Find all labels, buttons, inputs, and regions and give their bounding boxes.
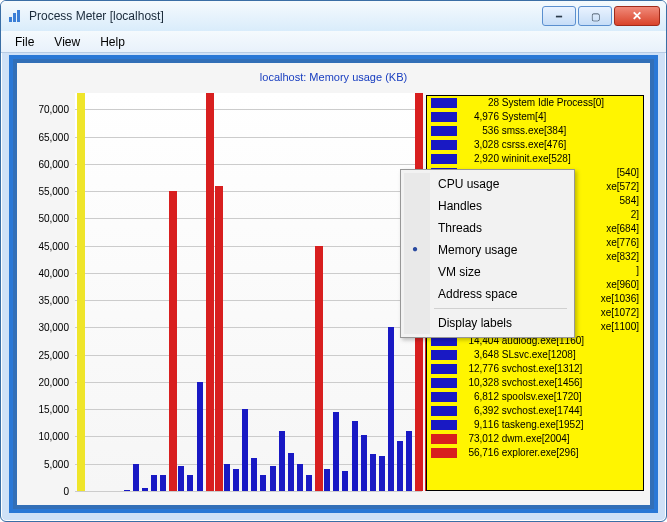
bar[interactable] (406, 431, 412, 491)
legend-row[interactable]: 73,012 dwm.exe[2004] (427, 432, 643, 446)
bar[interactable] (224, 464, 230, 491)
bar[interactable] (388, 327, 394, 491)
y-tick-label: 40,000 (38, 267, 69, 278)
maximize-button[interactable]: ▢ (578, 6, 612, 26)
y-tick-label: 15,000 (38, 404, 69, 415)
legend-swatch (431, 154, 457, 164)
bar[interactable] (324, 469, 330, 491)
menu-help[interactable]: Help (92, 33, 133, 51)
bar[interactable] (370, 454, 376, 491)
legend-swatch (431, 140, 457, 150)
context-menu-item[interactable]: Address space (404, 283, 571, 305)
bar[interactable] (215, 186, 223, 491)
context-menu-item[interactable]: CPU usage (404, 173, 571, 195)
legend-text: 73,012 dwm.exe[2004] (461, 432, 570, 446)
legend-text: 9,116 taskeng.exe[1952] (461, 418, 584, 432)
bar[interactable] (178, 466, 184, 491)
legend-row[interactable]: 3,028 csrss.exe[476] (427, 138, 643, 152)
legend-row[interactable]: 6,392 svchost.exe[1744] (427, 404, 643, 418)
plot-area[interactable] (75, 93, 422, 491)
minimize-button[interactable]: ━ (542, 6, 576, 26)
legend-row[interactable]: 6,812 spoolsv.exe[1720] (427, 390, 643, 404)
legend-row[interactable]: 56,716 explorer.exe[296] (427, 446, 643, 460)
context-menu: CPU usageHandlesThreadsMemory usageVM si… (400, 169, 575, 338)
bar[interactable] (197, 382, 203, 491)
grid-line (75, 164, 422, 165)
bar[interactable] (169, 191, 177, 491)
legend-row[interactable]: 4,976 System[4] (427, 110, 643, 124)
legend-text: 3,028 csrss.exe[476] (461, 138, 566, 152)
y-tick-label: 10,000 (38, 431, 69, 442)
app-icon (7, 8, 23, 24)
legend-row[interactable]: 28 System Idle Process[0] (427, 96, 643, 110)
bar[interactable] (306, 475, 312, 491)
bar[interactable] (260, 475, 266, 491)
legend-swatch (431, 434, 457, 444)
bar[interactable] (361, 435, 367, 491)
y-tick-label: 5,000 (44, 458, 69, 469)
chart-title: localhost: Memory usage (KB) (17, 63, 650, 87)
menu-view[interactable]: View (46, 33, 88, 51)
grid-line (75, 436, 422, 437)
legend-text: 6,812 spoolsv.exe[1720] (461, 390, 582, 404)
y-tick-label: 30,000 (38, 322, 69, 333)
window-controls: ━ ▢ ✕ (540, 6, 660, 26)
bar[interactable] (279, 431, 285, 491)
bar[interactable] (397, 441, 403, 491)
app-window: Process Meter [localhost] ━ ▢ ✕ File Vie… (0, 0, 667, 522)
bar[interactable] (288, 453, 294, 491)
bar[interactable] (379, 456, 385, 491)
bar[interactable] (297, 464, 303, 491)
menu-file[interactable]: File (7, 33, 42, 51)
titlebar[interactable]: Process Meter [localhost] ━ ▢ ✕ (1, 1, 666, 31)
bar[interactable] (342, 471, 348, 491)
y-tick-label: 55,000 (38, 186, 69, 197)
context-menu-item[interactable]: VM size (404, 261, 571, 283)
legend-row[interactable]: 12,776 svchost.exe[1312] (427, 362, 643, 376)
legend-row[interactable]: 10,328 svchost.exe[1456] (427, 376, 643, 390)
y-tick-label: 20,000 (38, 376, 69, 387)
bar[interactable] (187, 475, 193, 491)
legend-row[interactable]: 536 smss.exe[384] (427, 124, 643, 138)
bar[interactable] (270, 466, 276, 491)
legend-row[interactable]: 9,116 taskeng.exe[1952] (427, 418, 643, 432)
context-menu-item[interactable]: Threads (404, 217, 571, 239)
bar[interactable] (133, 464, 139, 491)
grid-line (75, 409, 422, 410)
bar[interactable] (151, 475, 157, 492)
close-button[interactable]: ✕ (614, 6, 660, 26)
bar[interactable] (352, 421, 358, 491)
bar[interactable] (333, 412, 339, 491)
grid-line (75, 273, 422, 274)
y-tick-label: 25,000 (38, 349, 69, 360)
y-tick-label: 50,000 (38, 213, 69, 224)
bar[interactable] (251, 458, 257, 491)
legend-swatch (431, 364, 457, 374)
y-axis: 05,00010,00015,00020,00025,00030,00035,0… (27, 93, 73, 491)
grid-line (75, 491, 422, 492)
context-menu-separator (434, 308, 567, 309)
context-menu-item[interactable]: Display labels (404, 312, 571, 334)
grid-line (75, 109, 422, 110)
y-tick-label: 45,000 (38, 240, 69, 251)
y-tick-label: 35,000 (38, 295, 69, 306)
bar[interactable] (315, 246, 323, 491)
context-menu-item[interactable]: Memory usage (404, 239, 571, 261)
bar[interactable] (242, 409, 248, 491)
y-tick-label: 70,000 (38, 104, 69, 115)
legend-text: 28 System Idle Process[0] (461, 96, 604, 110)
legend-swatch (431, 126, 457, 136)
grid-line (75, 246, 422, 247)
bar[interactable] (124, 490, 130, 491)
bar[interactable] (233, 469, 239, 491)
bar[interactable] (160, 475, 166, 491)
legend-row[interactable]: 2,920 wininit.exe[528] (427, 152, 643, 166)
bar[interactable] (142, 488, 148, 491)
legend-text: 3,648 SLsvc.exe[1208] (461, 348, 576, 362)
legend-row[interactable]: 3,648 SLsvc.exe[1208] (427, 348, 643, 362)
context-menu-item[interactable]: Handles (404, 195, 571, 217)
legend-swatch (431, 448, 457, 458)
legend-text: 536 smss.exe[384] (461, 124, 566, 138)
bar[interactable] (206, 93, 214, 491)
window-title: Process Meter [localhost] (29, 9, 540, 23)
